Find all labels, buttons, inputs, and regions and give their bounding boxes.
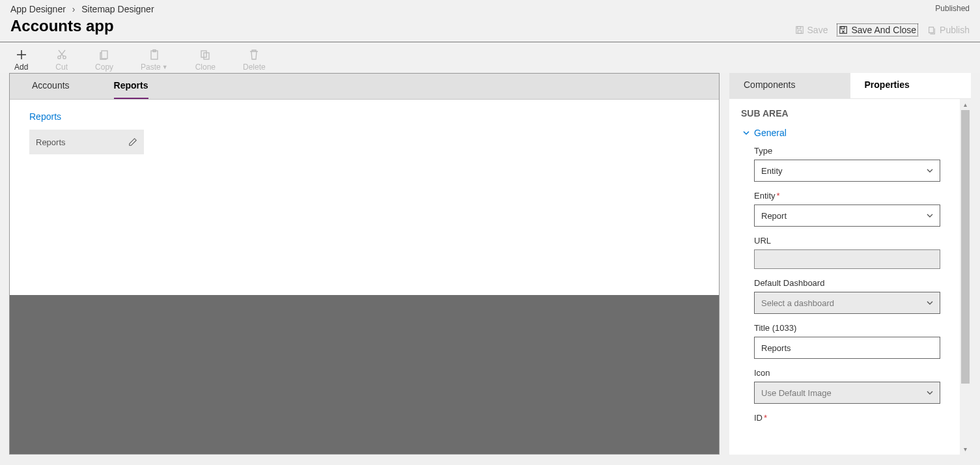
chevron-down-icon <box>925 211 934 220</box>
label-entity: Entity* <box>754 191 940 201</box>
select-dashboard-placeholder: Select a dashboard <box>761 298 834 308</box>
section-title: SUB AREA <box>740 108 960 119</box>
select-type-value: Entity <box>761 166 783 176</box>
side-tabbar: Components Properties <box>729 73 971 99</box>
label-icon: Icon <box>754 368 940 378</box>
label-id: ID* <box>754 413 940 423</box>
publish-label: Publish <box>940 25 970 35</box>
scrollbar[interactable]: ▴ ▾ <box>960 99 971 455</box>
paste-icon <box>148 49 160 61</box>
right-panel: Components Properties SUB AREA General T… <box>729 73 971 455</box>
publish-status: Published <box>935 4 970 13</box>
clone-icon <box>199 49 211 61</box>
scroll-thumb[interactable] <box>961 110 970 384</box>
select-entity[interactable]: Report <box>754 204 940 227</box>
publish-icon <box>927 25 936 35</box>
sitemap-canvas: Accounts Reports Reports Reports <box>9 73 720 455</box>
add-label: Add <box>14 63 28 72</box>
label-type: Type <box>754 146 940 156</box>
field-entity: Entity* Report <box>754 191 940 227</box>
label-url: URL <box>754 236 940 246</box>
svg-rect-7 <box>102 51 107 59</box>
plus-icon <box>16 49 27 61</box>
add-button[interactable]: Add <box>14 49 28 72</box>
svg-rect-2 <box>798 31 801 33</box>
save-button: Save <box>795 25 828 35</box>
paste-button: Paste▼ <box>141 49 168 72</box>
tab-properties[interactable]: Properties <box>850 73 972 98</box>
scissors-icon <box>56 49 68 61</box>
main-row: Accounts Reports Reports Reports Compone… <box>0 73 980 455</box>
subarea-tile-label: Reports <box>36 137 66 147</box>
area-tab-accounts[interactable]: Accounts <box>10 74 92 99</box>
cut-label: Cut <box>55 63 68 72</box>
breadcrumb-root[interactable]: App Designer <box>10 4 66 14</box>
section-general-label: General <box>754 128 787 138</box>
tab-components[interactable]: Components <box>729 73 850 98</box>
header-actions: Save Save And Close Publish <box>795 23 970 36</box>
save-and-close-button[interactable]: Save And Close <box>837 23 918 36</box>
input-url <box>754 249 940 269</box>
pencil-icon <box>128 137 137 147</box>
clone-label: Clone <box>195 63 216 72</box>
select-type[interactable]: Entity <box>754 160 940 182</box>
field-icon: Icon Use Default Image <box>754 368 940 404</box>
field-id: ID* <box>754 413 940 423</box>
field-default-dashboard: Default Dashboard Select a dashboard <box>754 278 940 314</box>
breadcrumb-separator: › <box>72 4 76 14</box>
paste-label: Paste <box>141 63 161 72</box>
clone-button: Clone <box>195 49 216 72</box>
area-tabbar: Accounts Reports <box>10 74 719 100</box>
chevron-down-icon <box>925 388 934 397</box>
select-entity-value: Report <box>761 211 787 221</box>
select-icon-value: Use Default Image <box>761 388 832 398</box>
save-icon <box>795 25 804 35</box>
input-title[interactable] <box>754 337 940 359</box>
copy-icon <box>98 49 110 61</box>
select-default-dashboard: Select a dashboard <box>754 292 940 314</box>
app-header: App Designer › Sitemap Designer Accounts… <box>0 0 980 42</box>
field-title: Title (1033) <box>754 323 940 359</box>
label-default-dashboard: Default Dashboard <box>754 278 940 288</box>
canvas-body: Reports Reports <box>10 100 719 295</box>
breadcrumb: App Designer › Sitemap Designer <box>10 4 970 14</box>
copy-button: Copy <box>95 49 113 72</box>
delete-label: Delete <box>243 63 266 72</box>
chevron-down-icon <box>925 166 934 175</box>
cut-button: Cut <box>55 49 68 72</box>
svg-rect-1 <box>797 27 800 29</box>
chevron-down-icon: ▼ <box>162 64 168 70</box>
label-title: Title (1033) <box>754 323 940 333</box>
save-and-close-label: Save And Close <box>851 25 916 35</box>
copy-label: Copy <box>95 63 113 72</box>
save-label: Save <box>807 25 828 35</box>
delete-button: Delete <box>243 49 266 72</box>
scroll-down-icon[interactable]: ▾ <box>960 444 971 455</box>
select-icon: Use Default Image <box>754 382 940 404</box>
toolbar: Add Cut Copy Paste▼ Clone Delete <box>0 42 980 73</box>
required-mark: * <box>777 191 780 201</box>
breadcrumb-current: Sitemap Designer <box>81 4 154 14</box>
chevron-down-icon <box>742 129 750 137</box>
required-mark: * <box>764 413 767 423</box>
svg-rect-4 <box>841 27 845 29</box>
group-title[interactable]: Reports <box>29 111 699 122</box>
chevron-down-icon <box>925 298 934 307</box>
subarea-tile[interactable]: Reports <box>29 130 144 154</box>
field-url: URL <box>754 236 940 269</box>
properties-body: SUB AREA General Type Entity Entity* Rep… <box>729 99 971 455</box>
trash-icon <box>248 49 260 61</box>
publish-button: Publish <box>927 25 970 35</box>
section-general-toggle[interactable]: General <box>742 128 960 138</box>
field-type: Type Entity <box>754 146 940 182</box>
save-close-icon <box>839 25 848 35</box>
scroll-up-icon[interactable]: ▴ <box>960 99 971 110</box>
area-tab-reports[interactable]: Reports <box>92 74 171 99</box>
